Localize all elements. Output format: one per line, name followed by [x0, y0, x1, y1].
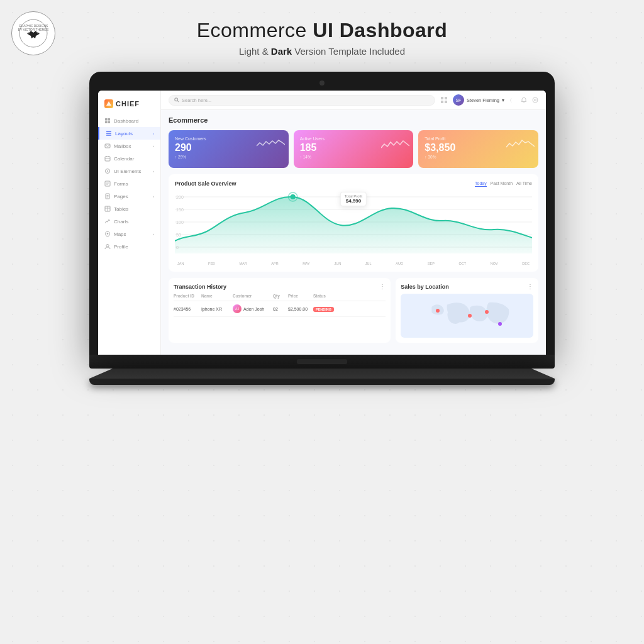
col-header-qty: Qty: [273, 294, 286, 298]
sidebar-item-charts[interactable]: Charts: [98, 215, 160, 228]
map-dot-4: [498, 322, 502, 326]
sidebar-item-profile[interactable]: Profile: [98, 240, 160, 253]
pages-icon: [104, 193, 111, 199]
laptop-screen: CHIEF Dashboard Layouts ›: [98, 91, 546, 355]
sidebar-label-mailbox: Mailbox: [114, 143, 131, 149]
col-header-status: Status: [313, 294, 336, 298]
notification-icon[interactable]: [521, 97, 527, 103]
chart-label-feb: FEB: [208, 262, 215, 265]
layouts-icon: [106, 130, 112, 136]
svg-text:BY VICTOR THEMES: BY VICTOR THEMES: [18, 28, 48, 31]
svg-text:200: 200: [176, 195, 184, 199]
chart-tooltip-value: $4,590: [345, 198, 362, 204]
laptop-screen-bezel: CHIEF Dashboard Layouts ›: [89, 72, 555, 355]
user-initials: SF: [455, 98, 461, 103]
chart-tab-past-month[interactable]: Past Month: [491, 180, 513, 187]
laptop-camera: [319, 80, 325, 86]
map-dot-1: [436, 309, 440, 313]
map-container: [401, 294, 533, 338]
chart-x-labels: JAN FEB MAR APR MAY JUN JUL AUG SEP OC: [175, 262, 532, 265]
row-id: #023456: [174, 307, 199, 311]
sidebar-item-tables[interactable]: Tables: [98, 203, 160, 215]
chart-label-jul: JUL: [365, 262, 372, 265]
chart-tabs: Today Past Month All Time: [475, 180, 532, 187]
header-title: Ecommerce UI Dashboard: [197, 19, 448, 42]
wave-chart-customers: [257, 136, 285, 152]
transaction-menu-icon[interactable]: ⋮: [379, 283, 386, 290]
svg-rect-4: [105, 118, 108, 121]
chart-label-mar: MAR: [239, 262, 247, 265]
row-status: PENDING: [313, 307, 336, 311]
search-placeholder: Search here...: [182, 97, 211, 103]
svg-text:150: 150: [176, 208, 184, 212]
status-badge: PENDING: [313, 307, 334, 312]
chart-label-sep: SEP: [428, 262, 435, 265]
moon-icon[interactable]: [509, 97, 516, 103]
svg-point-38: [533, 97, 538, 103]
settings-icon[interactable]: [532, 97, 538, 103]
row-qty: 02: [273, 307, 286, 311]
svg-rect-32: [441, 97, 443, 99]
sidebar-label-layouts: Layouts: [115, 131, 133, 136]
dashboard-icon: [104, 118, 111, 124]
transaction-section: Transaction History ⋮ Product ID Name Cu…: [169, 278, 391, 343]
brand-logo-icon: GRAPHIC DESIGNS BY VICTOR THEMES: [18, 18, 48, 48]
maps-icon: [104, 231, 111, 237]
search-box[interactable]: Search here...: [169, 95, 435, 106]
user-dropdown-arrow: ▾: [502, 97, 504, 103]
header-subtitle: Light & Dark Version Template Included: [197, 46, 448, 57]
sidebar-item-dashboard[interactable]: Dashboard: [98, 114, 160, 127]
sidebar-item-ui-elements[interactable]: UI Elements ›: [98, 165, 160, 177]
chart-tab-all-time[interactable]: All Time: [516, 180, 532, 187]
content-area: Ecommerce New Customers 290 ↑ 29%: [161, 110, 546, 349]
svg-line-31: [177, 101, 179, 102]
wave-chart-users: [381, 136, 409, 152]
svg-point-28: [107, 233, 108, 234]
chart-section: Product Sale Overview Today Past Month A…: [169, 174, 538, 272]
grid-icon[interactable]: [440, 96, 448, 104]
sidebar-label-charts: Charts: [114, 219, 129, 225]
sidebar-item-mailbox[interactable]: Mailbox ›: [98, 140, 160, 152]
arrow-icon-ui: ›: [153, 169, 154, 173]
customer-initials: AJ: [235, 307, 239, 311]
chart-label-jan: JAN: [177, 262, 184, 265]
header-title-bold: UI Dashboard: [313, 19, 447, 42]
chart-label-dec: DEC: [522, 262, 530, 265]
profile-icon: [104, 243, 111, 250]
sidebar-label-calendar: Calendar: [114, 156, 134, 162]
row-customer: AJ Aden Josh: [233, 304, 270, 313]
customer-avatar: AJ: [233, 304, 242, 313]
chart-tab-today[interactable]: Today: [475, 180, 487, 187]
stat-change-profit: ↑ 30%: [425, 155, 532, 159]
svg-text:50: 50: [176, 233, 181, 237]
chart-header: Product Sale Overview Today Past Month A…: [175, 180, 532, 187]
col-header-customer: Customer: [233, 294, 270, 298]
sidebar-item-pages[interactable]: Pages ›: [98, 190, 160, 203]
sidebar-label-forms: Forms: [114, 181, 128, 187]
map-menu-icon[interactable]: ⋮: [527, 283, 533, 290]
sidebar-item-forms[interactable]: Forms: [98, 177, 160, 190]
svg-rect-6: [105, 121, 108, 124]
svg-rect-33: [445, 97, 447, 99]
laptop-touchpad: [297, 359, 347, 364]
map-title: Sales by Location: [401, 284, 449, 290]
sidebar-item-maps[interactable]: Maps ›: [98, 228, 160, 240]
page-wrapper: GRAPHIC DESIGNS BY VICTOR THEMES Ecommer…: [0, 0, 644, 385]
svg-point-30: [175, 98, 178, 101]
chart-label-oct: OCT: [458, 262, 466, 265]
chart-label-aug: AUG: [396, 262, 403, 265]
sidebar-item-layouts[interactable]: Layouts ›: [98, 127, 160, 140]
calendar-icon: [104, 155, 111, 162]
user-info[interactable]: SF Steven Fleming ▾: [453, 94, 504, 106]
chart-area: Total Profit $4,590: [175, 191, 532, 260]
sidebar-label-pages: Pages: [114, 194, 128, 199]
svg-rect-8: [106, 131, 111, 132]
sidebar-item-calendar[interactable]: Calendar: [98, 152, 160, 165]
stat-card-users: Active Users 185 ↑ 14%: [294, 130, 414, 168]
stat-card-profit: Total Profit $3,850 ↑ 30%: [418, 130, 538, 168]
header-section: Ecommerce UI Dashboard Light & Dark Vers…: [197, 0, 448, 57]
table-header: Product ID Name Customer Qty Price Statu…: [174, 294, 386, 301]
search-icon: [174, 97, 179, 103]
laptop-foot: [89, 379, 555, 385]
transaction-header: Transaction History ⋮: [174, 283, 386, 290]
